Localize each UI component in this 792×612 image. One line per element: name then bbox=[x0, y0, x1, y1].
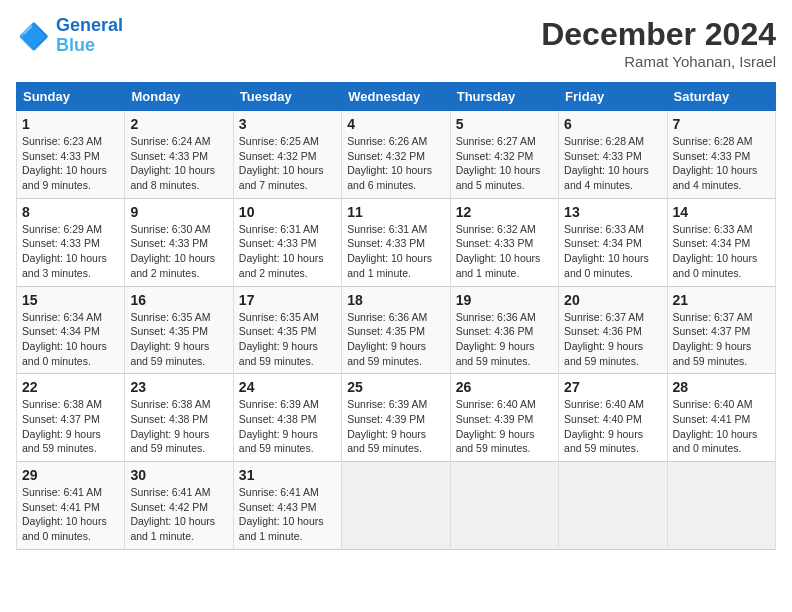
day-info: Sunrise: 6:36 AM Sunset: 4:36 PM Dayligh… bbox=[456, 310, 553, 369]
calendar-cell: 24 Sunrise: 6:39 AM Sunset: 4:38 PM Dayl… bbox=[233, 374, 341, 462]
day-number: 13 bbox=[564, 204, 661, 220]
day-number: 31 bbox=[239, 467, 336, 483]
day-info: Sunrise: 6:38 AM Sunset: 4:38 PM Dayligh… bbox=[130, 397, 227, 456]
location: Ramat Yohanan, Israel bbox=[541, 53, 776, 70]
day-number: 6 bbox=[564, 116, 661, 132]
calendar-cell: 3 Sunrise: 6:25 AM Sunset: 4:32 PM Dayli… bbox=[233, 111, 341, 199]
day-number: 16 bbox=[130, 292, 227, 308]
day-info: Sunrise: 6:39 AM Sunset: 4:39 PM Dayligh… bbox=[347, 397, 444, 456]
day-number: 26 bbox=[456, 379, 553, 395]
calendar-cell: 16 Sunrise: 6:35 AM Sunset: 4:35 PM Dayl… bbox=[125, 286, 233, 374]
calendar-cell: 29 Sunrise: 6:41 AM Sunset: 4:41 PM Dayl… bbox=[17, 462, 125, 550]
col-monday: Monday bbox=[125, 83, 233, 111]
calendar-cell: 20 Sunrise: 6:37 AM Sunset: 4:36 PM Dayl… bbox=[559, 286, 667, 374]
day-info: Sunrise: 6:32 AM Sunset: 4:33 PM Dayligh… bbox=[456, 222, 553, 281]
calendar-cell: 18 Sunrise: 6:36 AM Sunset: 4:35 PM Dayl… bbox=[342, 286, 450, 374]
day-number: 7 bbox=[673, 116, 770, 132]
day-info: Sunrise: 6:37 AM Sunset: 4:36 PM Dayligh… bbox=[564, 310, 661, 369]
calendar-cell bbox=[450, 462, 558, 550]
logo-icon: 🔷 bbox=[16, 18, 52, 54]
day-info: Sunrise: 6:31 AM Sunset: 4:33 PM Dayligh… bbox=[239, 222, 336, 281]
calendar-cell: 15 Sunrise: 6:34 AM Sunset: 4:34 PM Dayl… bbox=[17, 286, 125, 374]
calendar-cell: 19 Sunrise: 6:36 AM Sunset: 4:36 PM Dayl… bbox=[450, 286, 558, 374]
calendar-week-row: 22 Sunrise: 6:38 AM Sunset: 4:37 PM Dayl… bbox=[17, 374, 776, 462]
col-saturday: Saturday bbox=[667, 83, 775, 111]
col-wednesday: Wednesday bbox=[342, 83, 450, 111]
day-number: 28 bbox=[673, 379, 770, 395]
day-number: 8 bbox=[22, 204, 119, 220]
calendar-cell: 11 Sunrise: 6:31 AM Sunset: 4:33 PM Dayl… bbox=[342, 198, 450, 286]
calendar-header-row: Sunday Monday Tuesday Wednesday Thursday… bbox=[17, 83, 776, 111]
day-number: 20 bbox=[564, 292, 661, 308]
calendar-week-row: 1 Sunrise: 6:23 AM Sunset: 4:33 PM Dayli… bbox=[17, 111, 776, 199]
calendar-cell: 2 Sunrise: 6:24 AM Sunset: 4:33 PM Dayli… bbox=[125, 111, 233, 199]
calendar-cell: 8 Sunrise: 6:29 AM Sunset: 4:33 PM Dayli… bbox=[17, 198, 125, 286]
day-info: Sunrise: 6:31 AM Sunset: 4:33 PM Dayligh… bbox=[347, 222, 444, 281]
day-info: Sunrise: 6:41 AM Sunset: 4:42 PM Dayligh… bbox=[130, 485, 227, 544]
calendar-cell: 30 Sunrise: 6:41 AM Sunset: 4:42 PM Dayl… bbox=[125, 462, 233, 550]
day-number: 24 bbox=[239, 379, 336, 395]
day-info: Sunrise: 6:35 AM Sunset: 4:35 PM Dayligh… bbox=[239, 310, 336, 369]
calendar-cell: 6 Sunrise: 6:28 AM Sunset: 4:33 PM Dayli… bbox=[559, 111, 667, 199]
calendar-cell bbox=[667, 462, 775, 550]
day-number: 25 bbox=[347, 379, 444, 395]
day-info: Sunrise: 6:29 AM Sunset: 4:33 PM Dayligh… bbox=[22, 222, 119, 281]
calendar-cell: 13 Sunrise: 6:33 AM Sunset: 4:34 PM Dayl… bbox=[559, 198, 667, 286]
day-number: 5 bbox=[456, 116, 553, 132]
calendar-cell: 4 Sunrise: 6:26 AM Sunset: 4:32 PM Dayli… bbox=[342, 111, 450, 199]
day-number: 2 bbox=[130, 116, 227, 132]
calendar-week-row: 15 Sunrise: 6:34 AM Sunset: 4:34 PM Dayl… bbox=[17, 286, 776, 374]
day-info: Sunrise: 6:28 AM Sunset: 4:33 PM Dayligh… bbox=[673, 134, 770, 193]
page-header: 🔷 General Blue December 2024 Ramat Yohan… bbox=[16, 16, 776, 70]
calendar-cell: 28 Sunrise: 6:40 AM Sunset: 4:41 PM Dayl… bbox=[667, 374, 775, 462]
calendar-table: Sunday Monday Tuesday Wednesday Thursday… bbox=[16, 82, 776, 550]
day-info: Sunrise: 6:25 AM Sunset: 4:32 PM Dayligh… bbox=[239, 134, 336, 193]
logo-text: General Blue bbox=[56, 16, 123, 56]
day-info: Sunrise: 6:26 AM Sunset: 4:32 PM Dayligh… bbox=[347, 134, 444, 193]
day-number: 1 bbox=[22, 116, 119, 132]
calendar-cell: 21 Sunrise: 6:37 AM Sunset: 4:37 PM Dayl… bbox=[667, 286, 775, 374]
day-number: 17 bbox=[239, 292, 336, 308]
calendar-cell: 5 Sunrise: 6:27 AM Sunset: 4:32 PM Dayli… bbox=[450, 111, 558, 199]
calendar-cell bbox=[342, 462, 450, 550]
month-title: December 2024 bbox=[541, 16, 776, 53]
day-info: Sunrise: 6:34 AM Sunset: 4:34 PM Dayligh… bbox=[22, 310, 119, 369]
day-number: 29 bbox=[22, 467, 119, 483]
day-info: Sunrise: 6:40 AM Sunset: 4:41 PM Dayligh… bbox=[673, 397, 770, 456]
day-info: Sunrise: 6:33 AM Sunset: 4:34 PM Dayligh… bbox=[673, 222, 770, 281]
col-thursday: Thursday bbox=[450, 83, 558, 111]
day-number: 4 bbox=[347, 116, 444, 132]
calendar-cell: 9 Sunrise: 6:30 AM Sunset: 4:33 PM Dayli… bbox=[125, 198, 233, 286]
day-number: 19 bbox=[456, 292, 553, 308]
day-info: Sunrise: 6:30 AM Sunset: 4:33 PM Dayligh… bbox=[130, 222, 227, 281]
calendar-week-row: 29 Sunrise: 6:41 AM Sunset: 4:41 PM Dayl… bbox=[17, 462, 776, 550]
col-tuesday: Tuesday bbox=[233, 83, 341, 111]
day-info: Sunrise: 6:28 AM Sunset: 4:33 PM Dayligh… bbox=[564, 134, 661, 193]
day-number: 23 bbox=[130, 379, 227, 395]
day-number: 9 bbox=[130, 204, 227, 220]
day-number: 22 bbox=[22, 379, 119, 395]
day-number: 27 bbox=[564, 379, 661, 395]
calendar-cell: 27 Sunrise: 6:40 AM Sunset: 4:40 PM Dayl… bbox=[559, 374, 667, 462]
day-number: 21 bbox=[673, 292, 770, 308]
calendar-cell: 10 Sunrise: 6:31 AM Sunset: 4:33 PM Dayl… bbox=[233, 198, 341, 286]
calendar-cell: 7 Sunrise: 6:28 AM Sunset: 4:33 PM Dayli… bbox=[667, 111, 775, 199]
day-number: 11 bbox=[347, 204, 444, 220]
logo: 🔷 General Blue bbox=[16, 16, 123, 56]
day-info: Sunrise: 6:39 AM Sunset: 4:38 PM Dayligh… bbox=[239, 397, 336, 456]
day-info: Sunrise: 6:35 AM Sunset: 4:35 PM Dayligh… bbox=[130, 310, 227, 369]
calendar-week-row: 8 Sunrise: 6:29 AM Sunset: 4:33 PM Dayli… bbox=[17, 198, 776, 286]
calendar-cell: 12 Sunrise: 6:32 AM Sunset: 4:33 PM Dayl… bbox=[450, 198, 558, 286]
day-info: Sunrise: 6:37 AM Sunset: 4:37 PM Dayligh… bbox=[673, 310, 770, 369]
calendar-cell: 23 Sunrise: 6:38 AM Sunset: 4:38 PM Dayl… bbox=[125, 374, 233, 462]
day-info: Sunrise: 6:27 AM Sunset: 4:32 PM Dayligh… bbox=[456, 134, 553, 193]
day-number: 18 bbox=[347, 292, 444, 308]
day-info: Sunrise: 6:40 AM Sunset: 4:39 PM Dayligh… bbox=[456, 397, 553, 456]
calendar-cell: 17 Sunrise: 6:35 AM Sunset: 4:35 PM Dayl… bbox=[233, 286, 341, 374]
day-info: Sunrise: 6:23 AM Sunset: 4:33 PM Dayligh… bbox=[22, 134, 119, 193]
day-info: Sunrise: 6:40 AM Sunset: 4:40 PM Dayligh… bbox=[564, 397, 661, 456]
col-friday: Friday bbox=[559, 83, 667, 111]
day-info: Sunrise: 6:36 AM Sunset: 4:35 PM Dayligh… bbox=[347, 310, 444, 369]
day-info: Sunrise: 6:24 AM Sunset: 4:33 PM Dayligh… bbox=[130, 134, 227, 193]
calendar-cell: 25 Sunrise: 6:39 AM Sunset: 4:39 PM Dayl… bbox=[342, 374, 450, 462]
